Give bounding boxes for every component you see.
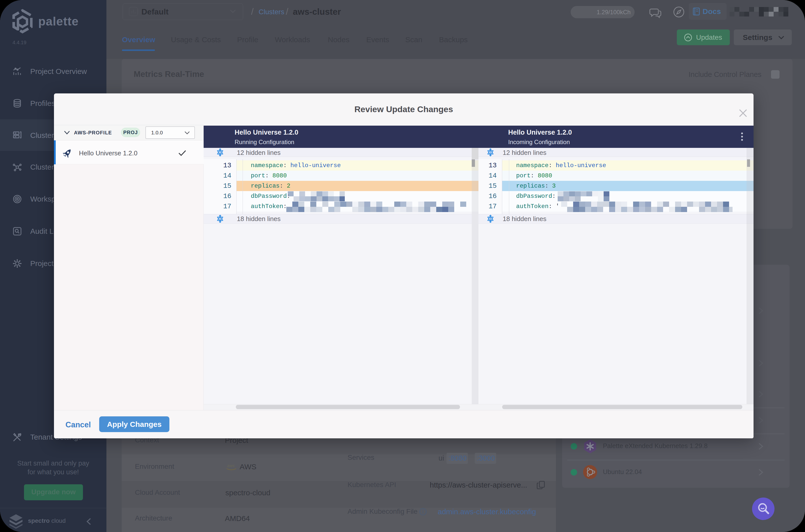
svg-text:aws: aws — [227, 463, 235, 468]
